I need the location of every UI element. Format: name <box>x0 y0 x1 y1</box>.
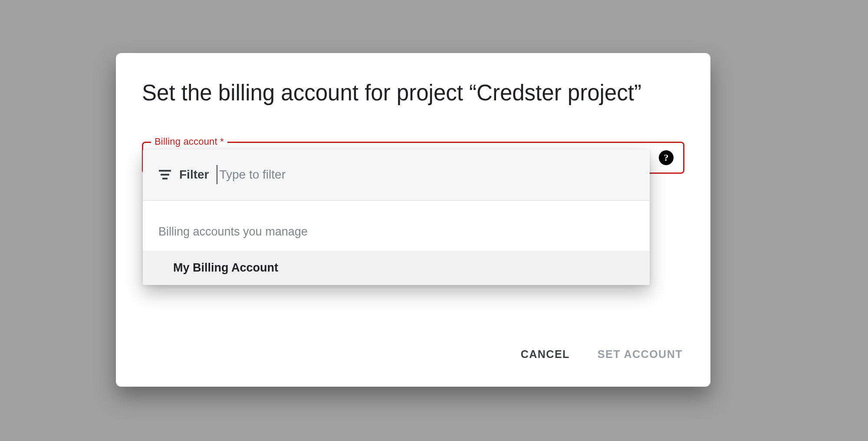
dialog-actions: CANCEL SET ACCOUNT <box>519 344 684 365</box>
filter-input[interactable] <box>217 165 634 184</box>
dropdown-group-label: Billing accounts you manage <box>143 214 650 251</box>
field-label: Billing account * <box>151 136 227 147</box>
help-icon[interactable]: ? <box>659 150 674 165</box>
required-asterisk: * <box>220 136 224 147</box>
billing-account-dropdown: Filter Billing accounts you manage My Bi… <box>143 149 650 285</box>
billing-account-field: Billing account * ? Filter Billing accou… <box>142 142 684 174</box>
set-account-button[interactable]: SET ACCOUNT <box>596 344 684 365</box>
dropdown-spacer <box>143 201 650 214</box>
filter-icon <box>158 170 171 179</box>
filter-label: Filter <box>179 168 209 182</box>
cancel-button[interactable]: CANCEL <box>519 344 572 365</box>
dropdown-filter-row: Filter <box>143 149 650 201</box>
billing-account-option[interactable]: My Billing Account <box>143 251 650 285</box>
field-label-text: Billing account <box>155 136 217 147</box>
set-billing-account-dialog: Set the billing account for project “Cre… <box>116 53 710 387</box>
dialog-title: Set the billing account for project “Cre… <box>142 79 676 107</box>
